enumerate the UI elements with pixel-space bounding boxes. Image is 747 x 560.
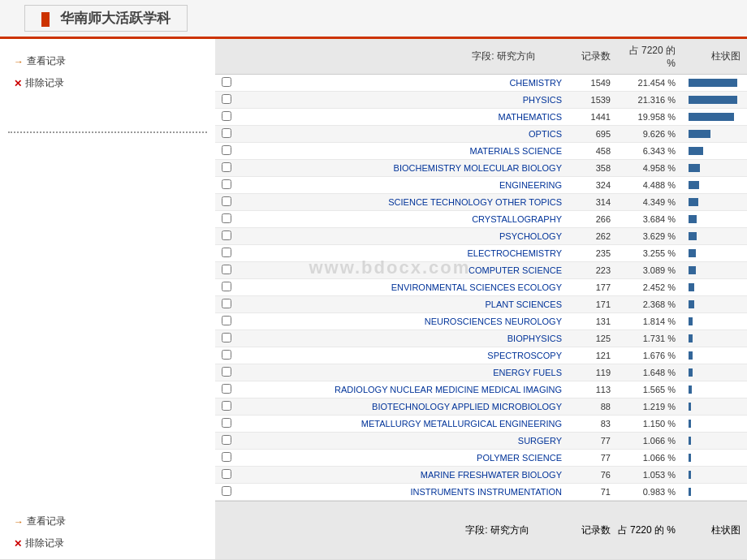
row-label-13[interactable]: PLANT SCIENCES	[238, 296, 568, 313]
checkbox-input-3[interactable]	[222, 128, 231, 138]
row-label-11[interactable]: COMPUTER SCIENCE	[238, 262, 568, 279]
checkbox-input-22[interactable]	[222, 452, 231, 462]
row-checkbox-17[interactable]	[215, 364, 238, 381]
row-label-12[interactable]: ENVIRONMENTAL SCIENCES ECOLOGY	[238, 279, 568, 296]
row-checkbox-19[interactable]	[215, 398, 238, 416]
checkbox-input-13[interactable]	[222, 299, 231, 308]
row-checkbox-10[interactable]	[215, 245, 238, 262]
row-label-7[interactable]: SCIENCE TECHNOLOGY OTHER TOPICS	[238, 194, 568, 211]
bar-fill-16	[689, 351, 693, 360]
table-row: ELECTROCHEMISTRY 235 3.255 %	[215, 245, 747, 262]
row-checkbox-21[interactable]	[215, 433, 238, 450]
row-count-22: 77	[568, 450, 617, 467]
checkbox-input-11[interactable]	[222, 265, 231, 274]
row-label-4[interactable]: MATERIALS SCIENCE	[238, 143, 568, 160]
row-label-16[interactable]: SPECTROSCOPY	[238, 347, 568, 364]
row-label-14[interactable]: NEUROSCIENCES NEUROLOGY	[238, 313, 568, 330]
row-label-17[interactable]: ENERGY FUELS	[238, 364, 568, 381]
row-label-8[interactable]: CRYSTALLOGRAPHY	[238, 211, 568, 228]
table-row: MARINE FRESHWATER BIOLOGY 76 1.053 %	[215, 467, 747, 484]
row-checkbox-20[interactable]	[215, 416, 238, 433]
row-checkbox-3[interactable]	[215, 126, 238, 143]
row-label-3[interactable]: OPTICS	[238, 126, 568, 143]
row-checkbox-4[interactable]	[215, 143, 238, 160]
row-checkbox-14[interactable]	[215, 313, 238, 330]
bar-fill-23	[689, 471, 691, 479]
row-checkbox-12[interactable]	[215, 279, 238, 296]
row-label-20[interactable]: METALLURGY METALLURGICAL ENGINEERING	[238, 416, 568, 433]
row-label-5[interactable]: BIOCHEMISTRY MOLECULAR BIOLOGY	[238, 160, 568, 177]
row-label-22[interactable]: POLYMER SCIENCE	[238, 450, 568, 467]
row-checkbox-15[interactable]	[215, 330, 238, 347]
row-checkbox-11[interactable]	[215, 262, 238, 279]
row-label-23[interactable]: MARINE FRESHWATER BIOLOGY	[238, 467, 568, 484]
checkbox-input-1[interactable]	[222, 94, 231, 104]
row-percent-20: 1.150 %	[617, 416, 682, 433]
view-records-button-bottom[interactable]: → 查看记录	[10, 512, 205, 531]
row-label-9[interactable]: PSYCHOLOGY	[238, 228, 568, 245]
row-label-10[interactable]: ELECTROCHEMISTRY	[238, 245, 568, 262]
row-checkbox-16[interactable]	[215, 347, 238, 364]
row-checkbox-13[interactable]	[215, 296, 238, 313]
row-bar-0	[682, 75, 747, 92]
row-label-6[interactable]: ENGINEERING	[238, 177, 568, 194]
view-records-button-top[interactable]: → 查看记录	[10, 52, 205, 71]
row-checkbox-22[interactable]	[215, 450, 238, 467]
checkbox-input-6[interactable]	[222, 179, 231, 189]
row-checkbox-1[interactable]	[215, 92, 238, 109]
row-label-0[interactable]: CHEMISTRY	[238, 75, 568, 92]
row-checkbox-7[interactable]	[215, 194, 238, 211]
bar-container-23	[689, 470, 741, 480]
checkbox-input-21[interactable]	[222, 435, 231, 445]
checkbox-input-4[interactable]	[222, 145, 231, 155]
row-checkbox-6[interactable]	[215, 177, 238, 194]
table-row: INSTRUMENTS INSTRUMENTATION 71 0.983 %	[215, 484, 747, 501]
checkbox-input-24[interactable]	[222, 486, 231, 496]
checkbox-input-14[interactable]	[222, 316, 231, 325]
exclude-records-button-bottom[interactable]: ✕ 排除记录	[10, 534, 205, 553]
exclude-records-button-top[interactable]: ✕ 排除记录	[10, 74, 205, 93]
checkbox-input-16[interactable]	[222, 350, 231, 360]
row-label-15[interactable]: BIOPHYSICS	[238, 330, 568, 347]
row-label-21[interactable]: SURGERY	[238, 433, 568, 450]
row-bar-15	[682, 330, 747, 347]
bar-container-15	[689, 334, 741, 343]
row-label-18[interactable]: RADIOLOGY NUCLEAR MEDICINE MEDICAL IMAGI…	[238, 381, 568, 398]
row-label-19[interactable]: BIOTECHNOLOGY APPLIED MICROBIOLOGY	[238, 398, 568, 416]
row-bar-12	[682, 279, 747, 296]
row-label-2[interactable]: MATHEMATICS	[238, 109, 568, 126]
row-checkbox-24[interactable]	[215, 484, 238, 501]
row-label-1[interactable]: PHYSICS	[238, 92, 568, 109]
checkbox-input-7[interactable]	[222, 196, 231, 206]
row-percent-17: 1.648 %	[617, 364, 682, 381]
row-checkbox-2[interactable]	[215, 109, 238, 126]
checkbox-input-17[interactable]	[222, 367, 231, 377]
row-checkbox-5[interactable]	[215, 160, 238, 177]
table-row: ENGINEERING 324 4.488 %	[215, 177, 747, 194]
bar-container-22	[689, 453, 741, 463]
row-checkbox-8[interactable]	[215, 211, 238, 228]
checkbox-input-5[interactable]	[222, 162, 231, 172]
title-text: 华南师大活跃学科	[60, 11, 171, 26]
checkbox-input-12[interactable]	[222, 282, 231, 291]
row-checkbox-18[interactable]	[215, 381, 238, 398]
checkbox-input-20[interactable]	[222, 418, 231, 428]
row-percent-2: 19.958 %	[617, 109, 682, 126]
row-percent-10: 3.255 %	[617, 245, 682, 262]
checkbox-input-0[interactable]	[222, 77, 231, 87]
checkbox-input-2[interactable]	[222, 111, 231, 121]
checkbox-input-15[interactable]	[222, 333, 231, 342]
checkbox-input-8[interactable]	[222, 213, 231, 223]
row-checkbox-0[interactable]	[215, 75, 238, 92]
row-percent-19: 1.219 %	[617, 398, 682, 416]
row-checkbox-23[interactable]	[215, 467, 238, 484]
checkbox-input-10[interactable]	[222, 248, 231, 257]
bar-fill-22	[689, 454, 691, 462]
checkbox-input-18[interactable]	[222, 384, 231, 394]
checkbox-input-23[interactable]	[222, 469, 231, 479]
row-label-24[interactable]: INSTRUMENTS INSTRUMENTATION	[238, 484, 568, 501]
row-checkbox-9[interactable]	[215, 228, 238, 245]
checkbox-input-19[interactable]	[222, 401, 231, 411]
checkbox-input-9[interactable]	[222, 230, 231, 240]
table-row: PLANT SCIENCES 171 2.368 %	[215, 296, 747, 313]
